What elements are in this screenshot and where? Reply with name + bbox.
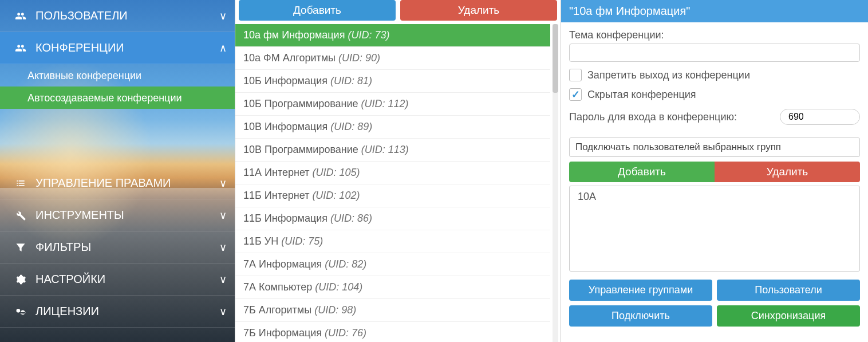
row-uid: (UID: 86) <box>330 213 372 224</box>
row-uid: (UID: 75) <box>281 235 323 247</box>
conference-list-panel: Добавить Удалить 10а фм Информация (UID:… <box>235 0 561 342</box>
hidden-checkbox[interactable] <box>569 88 582 101</box>
nav-sub-0[interactable]: Активные конференции <box>0 64 235 87</box>
row-uid: (UID: 81) <box>330 75 372 87</box>
row-uid: (UID: 90) <box>338 52 380 64</box>
wrench-icon <box>13 210 29 221</box>
deny-exit-label: Запретить выход из конференции <box>587 69 750 81</box>
connect-button[interactable]: Подключить <box>569 305 712 327</box>
users-icon <box>13 42 29 54</box>
row-name: 10Б Программирование <box>243 98 361 109</box>
sync-button[interactable]: Синхронизация <box>717 305 860 327</box>
group-item[interactable]: 10А <box>570 186 859 207</box>
row-name: 10В Информация <box>243 121 330 132</box>
delete-group-button[interactable]: Удалить <box>715 162 860 182</box>
nav-label: НАСТРОЙКИ <box>35 273 219 286</box>
delete-button[interactable]: Удалить <box>400 0 557 21</box>
row-uid: (UID: 89) <box>330 121 372 132</box>
nav-item-4[interactable]: ФИЛЬТРЫ∨ <box>0 231 235 264</box>
list-item[interactable]: 7А Компьютер (UID: 104) <box>235 276 550 299</box>
list-item[interactable]: 10В Информация (UID: 89) <box>235 116 550 139</box>
list-item[interactable]: 10В Программирование (UID: 113) <box>235 139 550 162</box>
scrollbar[interactable] <box>553 24 558 342</box>
add-button[interactable]: Добавить <box>239 0 396 21</box>
connect-mode-dropdown[interactable]: Подключать пользователей выбранных групп <box>569 137 860 157</box>
row-name: 7А Информация <box>243 258 325 270</box>
nav-item-5[interactable]: НАСТРОЙКИ∨ <box>0 264 235 296</box>
row-name: 7Б Алгоритмы <box>243 304 314 316</box>
row-uid: (UID: 73) <box>348 29 389 41</box>
row-uid: (UID: 112) <box>361 98 409 109</box>
nav-label: ЛИЦЕНЗИИ <box>35 305 219 318</box>
row-name: 11Б Информация <box>243 213 330 224</box>
password-input[interactable] <box>780 109 860 125</box>
row-name: 10Б Информация <box>243 75 330 87</box>
row-name: 7Б Информация <box>243 327 325 339</box>
list-item[interactable]: 7А Информация (UID: 82) <box>235 253 550 276</box>
chevron-down-icon: ∨ <box>219 305 227 318</box>
manage-groups-button[interactable]: Управление группами <box>569 280 712 301</box>
nav-sub-1[interactable]: Автосоздаваемые конференции <box>0 87 235 109</box>
topic-label: Тема конференции: <box>569 29 860 41</box>
chevron-down-icon: ∨ <box>219 209 227 222</box>
nav-label: ИНСТРУМЕНТЫ <box>35 209 219 222</box>
users-button[interactable]: Пользователи <box>717 280 860 301</box>
hidden-label: Скрытая конференция <box>587 89 696 101</box>
nav-item-2[interactable]: УПРАВЛЕНИЕ ПРАВАМИ∨ <box>0 167 235 199</box>
row-name: 10В Программирование <box>243 144 361 155</box>
row-uid: (UID: 113) <box>361 144 409 155</box>
details-header: "10а фм Информация" <box>561 0 868 22</box>
topic-input[interactable] <box>569 44 860 62</box>
list-item[interactable]: 11Б Информация (UID: 86) <box>235 207 550 230</box>
list-icon <box>13 178 29 189</box>
nav-label: ФИЛЬТРЫ <box>35 241 219 254</box>
row-name: 11Б Интернет <box>243 190 312 201</box>
chevron-up-icon: ∧ <box>219 42 227 54</box>
chevron-down-icon: ∨ <box>219 273 227 286</box>
list-item[interactable]: 10Б Информация (UID: 81) <box>235 70 550 93</box>
chevron-down-icon: ∨ <box>219 10 227 22</box>
list-item[interactable]: 10а фм Информация (UID: 73) <box>235 24 550 47</box>
chevron-down-icon: ∨ <box>219 177 227 190</box>
nav-item-6[interactable]: ЛИЦЕНЗИИ∨ <box>0 296 235 328</box>
list-item[interactable]: 11Б УН (UID: 75) <box>235 230 550 253</box>
add-group-button[interactable]: Добавить <box>569 162 715 182</box>
row-uid: (UID: 98) <box>314 304 356 316</box>
list-item[interactable]: 11Б Интернет (UID: 102) <box>235 184 550 207</box>
list-item[interactable]: 10Б Программирование (UID: 112) <box>235 93 550 116</box>
row-uid: (UID: 105) <box>313 167 360 178</box>
row-uid: (UID: 104) <box>315 281 362 293</box>
list-item[interactable]: 10а ФМ Алгоритмы (UID: 90) <box>235 47 550 70</box>
group-list[interactable]: 10А <box>569 186 860 272</box>
nav-label: КОНФЕРЕНЦИИ <box>35 41 219 54</box>
nav-item-1[interactable]: КОНФЕРЕНЦИИ∧ <box>0 32 235 64</box>
conference-details-panel: "10а фм Информация" Тема конференции: За… <box>561 0 868 342</box>
row-uid: (UID: 102) <box>312 190 360 201</box>
row-uid: (UID: 76) <box>325 327 366 339</box>
row-name: 11Б УН <box>243 235 281 247</box>
chevron-down-icon: ∨ <box>219 241 227 254</box>
nav-label: УПРАВЛЕНИЕ ПРАВАМИ <box>35 176 219 190</box>
list-item[interactable]: 7Б Алгоритмы (UID: 98) <box>235 299 550 322</box>
nav-item-3[interactable]: ИНСТРУМЕНТЫ∨ <box>0 199 235 231</box>
filter-icon <box>13 242 29 253</box>
conference-list[interactable]: 10а фм Информация (UID: 73)10а ФМ Алгори… <box>235 24 550 342</box>
deny-exit-checkbox[interactable] <box>569 69 582 81</box>
nav-label: ПОЛЬЗОВАТЕЛИ <box>35 9 219 22</box>
row-uid: (UID: 82) <box>325 258 366 270</box>
list-item[interactable]: 11А Интернет (UID: 105) <box>235 162 550 184</box>
row-name: 11А Интернет <box>243 167 313 178</box>
nav-item-0[interactable]: ПОЛЬЗОВАТЕЛИ∨ <box>0 0 235 32</box>
key-icon <box>13 306 29 317</box>
gears-icon <box>13 274 29 285</box>
sidebar: ПОЛЬЗОВАТЕЛИ∨КОНФЕРЕНЦИИ∧Активные конфер… <box>0 0 235 342</box>
row-name: 7А Компьютер <box>243 281 315 293</box>
row-name: 10а фм Информация <box>243 29 348 41</box>
users-icon <box>13 10 29 22</box>
scrollbar-thumb[interactable] <box>553 24 558 93</box>
password-label: Пароль для входа в конференцию: <box>569 111 772 123</box>
row-name: 10а ФМ Алгоритмы <box>243 52 338 64</box>
list-item[interactable]: 7Б Информация (UID: 76) <box>235 322 550 342</box>
